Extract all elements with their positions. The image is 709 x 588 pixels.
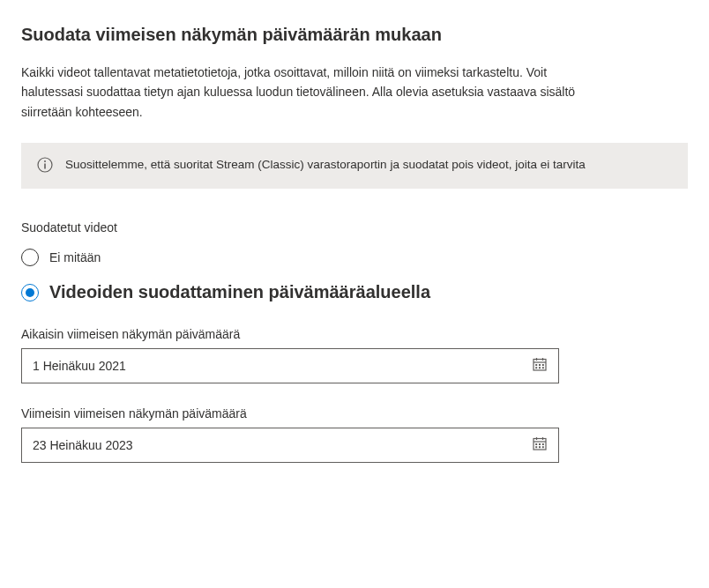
svg-rect-10 bbox=[535, 367, 537, 368]
earliest-date-label: Aikaisin viimeisen näkymän päivämäärä bbox=[21, 327, 688, 341]
svg-rect-21 bbox=[539, 446, 541, 448]
earliest-date-field-group: Aikaisin viimeisen näkymän päivämäärä 1 … bbox=[21, 327, 688, 383]
latest-date-field-group: Viimeisin viimeisen näkymän päivämäärä 2… bbox=[21, 406, 688, 463]
radio-label-none: Ei mitään bbox=[49, 250, 101, 264]
svg-rect-17 bbox=[535, 443, 537, 445]
earliest-date-input[interactable]: 1 Heinäkuu 2021 bbox=[21, 348, 559, 383]
info-icon bbox=[37, 157, 53, 176]
info-banner: Suosittelemme, että suoritat Stream (Cla… bbox=[21, 143, 688, 189]
info-banner-text: Suosittelemme, että suoritat Stream (Cla… bbox=[65, 155, 586, 175]
calendar-icon bbox=[532, 435, 548, 455]
latest-date-value: 23 Heinäkuu 2023 bbox=[33, 438, 133, 452]
svg-rect-20 bbox=[535, 446, 537, 448]
svg-rect-7 bbox=[535, 364, 537, 366]
calendar-icon bbox=[532, 356, 548, 376]
svg-rect-2 bbox=[44, 164, 46, 169]
radio-inner-dot bbox=[26, 288, 34, 297]
latest-date-label: Viimeisin viimeisen näkymän päivämäärä bbox=[21, 406, 688, 421]
latest-date-input[interactable]: 23 Heinäkuu 2023 bbox=[21, 428, 559, 463]
radio-circle-icon bbox=[21, 249, 39, 266]
earliest-date-value: 1 Heinäkuu 2021 bbox=[33, 359, 126, 373]
svg-point-1 bbox=[44, 160, 46, 162]
filter-radio-group: Ei mitään Videoiden suodattaminen päiväm… bbox=[21, 249, 688, 302]
svg-rect-8 bbox=[539, 364, 541, 366]
svg-rect-22 bbox=[542, 446, 544, 448]
page-description: Kaikki videot tallentavat metatietotieto… bbox=[21, 63, 586, 122]
radio-label-date-range: Videoiden suodattaminen päivämääräalueel… bbox=[49, 282, 430, 302]
filter-section-label: Suodatetut videot bbox=[21, 220, 688, 234]
svg-rect-19 bbox=[542, 443, 544, 445]
svg-rect-9 bbox=[542, 364, 544, 366]
radio-circle-selected-icon bbox=[21, 284, 39, 301]
radio-option-none[interactable]: Ei mitään bbox=[21, 249, 688, 266]
svg-rect-12 bbox=[542, 367, 544, 368]
svg-rect-11 bbox=[539, 367, 541, 368]
page-title: Suodata viimeisen näkymän päivämäärän mu… bbox=[21, 25, 688, 45]
svg-rect-18 bbox=[539, 443, 541, 445]
radio-option-date-range[interactable]: Videoiden suodattaminen päivämääräalueel… bbox=[21, 282, 688, 302]
